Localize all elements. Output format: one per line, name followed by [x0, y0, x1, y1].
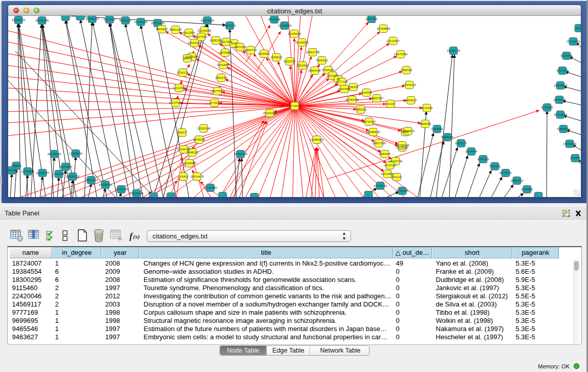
svg-text:8960128: 8960128	[169, 28, 182, 31]
svg-text:1527602: 1527602	[103, 18, 116, 21]
svg-text:16107553: 16107553	[169, 101, 183, 104]
svg-text:9146821: 9146821	[258, 52, 270, 55]
svg-text:10719185: 10719185	[134, 20, 148, 24]
svg-text:17016504: 17016504	[563, 142, 577, 145]
svg-text:335061: 335061	[11, 164, 22, 167]
svg-text:9115460: 9115460	[421, 106, 433, 110]
svg-text:5912954: 5912954	[183, 31, 195, 34]
svg-text:19218506: 19218506	[278, 24, 292, 27]
svg-text:6794028: 6794028	[322, 69, 334, 72]
svg-text:29053346: 29053346	[234, 152, 248, 156]
svg-text:8454749: 8454749	[245, 49, 257, 52]
svg-text:16648764: 16648764	[447, 49, 461, 52]
svg-text:18724007: 18724007	[288, 104, 302, 107]
svg-text:8938928: 8938928	[441, 136, 453, 139]
svg-text:15409948: 15409948	[183, 162, 197, 165]
svg-text:12213389: 12213389	[172, 86, 186, 90]
svg-text:1621022: 1621022	[326, 74, 339, 77]
svg-text:114519: 114519	[54, 172, 64, 176]
svg-text:10688609: 10688609	[366, 130, 380, 134]
svg-text:12505135: 12505135	[66, 175, 80, 178]
svg-text:10975887: 10975887	[59, 165, 73, 168]
svg-text:10961758: 10961758	[306, 51, 320, 54]
svg-text:10958117: 10958117	[99, 183, 113, 186]
svg-text:8813054: 8813054	[268, 18, 280, 21]
svg-text:15751074: 15751074	[567, 40, 580, 43]
svg-text:13353594: 13353594	[197, 127, 211, 130]
svg-text:20206535: 20206535	[48, 152, 61, 156]
svg-text:3624554: 3624554	[360, 91, 373, 94]
svg-text:15720407: 15720407	[362, 120, 376, 123]
svg-text:8215955: 8215955	[541, 106, 553, 109]
svg-text:12213967: 12213967	[386, 39, 400, 42]
svg-text:417006: 417006	[209, 101, 220, 104]
svg-text:8427552: 8427552	[211, 90, 224, 93]
svg-text:1244413: 1244413	[553, 98, 565, 101]
svg-text:3498222: 3498222	[186, 151, 199, 154]
svg-text:16154808: 16154808	[377, 27, 390, 30]
svg-text:16543382: 16543382	[188, 41, 202, 45]
svg-text:16120746: 16120746	[389, 160, 403, 163]
svg-text:7955812: 7955812	[316, 59, 328, 62]
svg-text:116753: 116753	[570, 157, 580, 160]
svg-text:12242757: 12242757	[36, 171, 50, 174]
svg-text:9474444: 9474444	[465, 150, 477, 153]
svg-text:9084067: 9084067	[379, 152, 391, 156]
svg-text:12323448: 12323448	[130, 192, 144, 195]
svg-text:18807249: 18807249	[372, 142, 386, 145]
svg-text:15692971: 15692971	[557, 127, 571, 130]
svg-text:9463627: 9463627	[405, 99, 417, 102]
svg-text:(x): (x)	[133, 233, 140, 240]
svg-text:8471676: 8471676	[499, 171, 512, 174]
svg-text:23226058: 23226058	[198, 29, 211, 32]
svg-text:10653267: 10653267	[85, 17, 99, 20]
svg-text:746266: 746266	[348, 85, 359, 89]
svg-text:9227349: 9227349	[556, 69, 569, 72]
svg-text:2087682: 2087682	[365, 17, 378, 20]
svg-text:12975115: 12975115	[403, 83, 417, 86]
svg-text:11156829: 11156829	[21, 170, 34, 173]
svg-text:19384554: 19384554	[310, 138, 324, 141]
svg-text:9245652: 9245652	[521, 188, 533, 191]
svg-text:1733426: 1733426	[396, 189, 408, 192]
svg-text:17957253: 17957253	[84, 179, 98, 182]
svg-text:7632621: 7632621	[489, 165, 501, 168]
svg-text:25300203: 25300203	[263, 112, 277, 115]
svg-text:1112: 1112	[576, 27, 581, 30]
svg-text:19654923: 19654923	[401, 129, 415, 133]
svg-text:16210643: 16210643	[554, 113, 568, 116]
svg-text:9899695: 9899695	[419, 122, 431, 125]
svg-text:9327505: 9327505	[195, 35, 207, 38]
svg-text:7485063: 7485063	[400, 69, 412, 72]
svg-text:1546: 1546	[230, 42, 237, 45]
svg-text:252214: 252214	[391, 176, 402, 179]
svg-text:5322037: 5322037	[284, 60, 296, 63]
svg-text:20091406: 20091406	[35, 19, 49, 22]
svg-text:8990448: 8990448	[309, 69, 321, 72]
svg-text:125402: 125402	[178, 175, 189, 178]
svg-text:17359934: 17359934	[69, 152, 83, 155]
svg-text:98963: 98963	[183, 57, 192, 60]
svg-text:12093822: 12093822	[554, 84, 568, 87]
svg-text:3875685: 3875685	[219, 51, 231, 54]
svg-text:9777169: 9777169	[336, 80, 348, 83]
svg-text:39154: 39154	[8, 169, 16, 172]
svg-text:7357224: 7357224	[224, 24, 236, 27]
svg-text:62160: 62160	[386, 102, 395, 105]
svg-text:1538520: 1538520	[270, 56, 282, 59]
svg-text:14055724: 14055724	[12, 18, 26, 21]
svg-text:10973493: 10973493	[394, 53, 408, 56]
svg-text:1362615: 1362615	[296, 64, 309, 67]
svg-text:16914479: 16914479	[190, 175, 204, 178]
svg-text:2935114: 2935114	[477, 158, 490, 161]
svg-text:6466160: 6466160	[119, 19, 132, 22]
svg-text:8878334: 8878334	[193, 138, 205, 141]
svg-text:7986322: 7986322	[355, 108, 367, 111]
svg-text:16782759: 16782759	[115, 188, 128, 191]
svg-text:14136141: 14136141	[374, 184, 387, 187]
svg-text:9329966: 9329966	[560, 54, 573, 57]
svg-text:6879197: 6879197	[455, 142, 467, 145]
svg-text:66827: 66827	[178, 131, 187, 134]
svg-text:1615112: 1615112	[384, 164, 397, 167]
svg-text:9242848: 9242848	[217, 63, 229, 67]
